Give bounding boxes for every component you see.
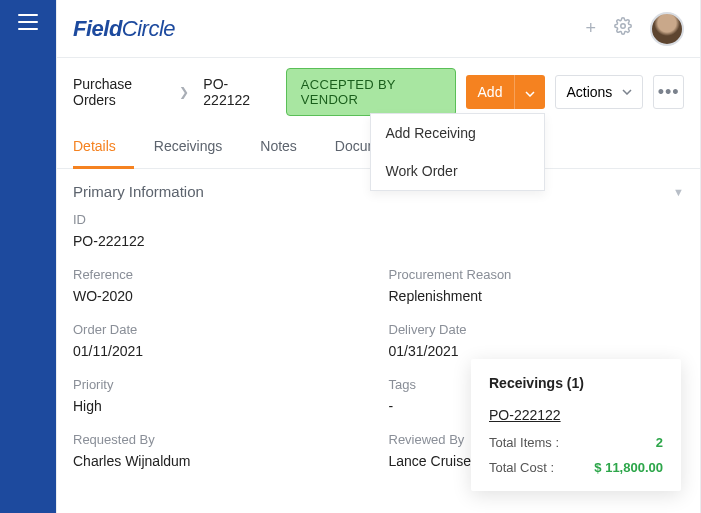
tab-details[interactable]: Details [73, 126, 134, 169]
popover-title: Receivings (1) [489, 375, 663, 391]
chevron-down-icon [525, 91, 535, 97]
breadcrumb-current: PO-222122 [203, 76, 265, 108]
field-id: ID PO-222122 [73, 212, 369, 249]
add-caret-button[interactable] [514, 75, 545, 109]
field-priority: Priority High [73, 377, 369, 414]
svg-point-0 [621, 24, 626, 29]
breadcrumb: Purchase Orders ❯ PO-222122 [73, 76, 266, 108]
add-dropdown: Add Receiving Work Order [370, 113, 545, 191]
breadcrumb-parent[interactable]: Purchase Orders [73, 76, 165, 108]
actions-dropdown[interactable]: Actions [555, 75, 643, 109]
field-reference: Reference WO-2020 [73, 267, 369, 304]
chevron-right-icon: ❯ [179, 85, 189, 99]
logo[interactable]: FieldCircle [73, 16, 175, 42]
plus-icon[interactable]: + [585, 18, 596, 39]
sidebar [0, 0, 56, 513]
field-delivery-date: Delivery Date 01/31/2021 [389, 322, 685, 359]
tab-receivings[interactable]: Receivings [154, 126, 240, 168]
collapse-icon[interactable]: ▼ [673, 186, 684, 198]
menu-icon[interactable] [18, 14, 38, 30]
dropdown-item-add-receiving[interactable]: Add Receiving [371, 114, 544, 152]
field-order-date: Order Date 01/11/2021 [73, 322, 369, 359]
dropdown-item-work-order[interactable]: Work Order [371, 152, 544, 190]
header-row: Purchase Orders ❯ PO-222122 ACCEPTED BY … [57, 58, 700, 126]
topbar: FieldCircle + [57, 0, 700, 58]
total-items-label: Total Items : [489, 435, 559, 450]
avatar[interactable] [650, 12, 684, 46]
field-requested-by: Requested By Charles Wijnaldum [73, 432, 369, 469]
more-button[interactable]: ••• [653, 75, 684, 109]
gear-icon[interactable] [614, 17, 632, 40]
total-items-value: 2 [656, 435, 663, 450]
total-cost-value: $ 11,800.00 [594, 460, 663, 475]
receivings-popover: Receivings (1) PO-222122 Total Items : 2… [471, 359, 681, 491]
total-cost-label: Total Cost : [489, 460, 554, 475]
chevron-down-icon [622, 89, 632, 95]
tab-notes[interactable]: Notes [260, 126, 315, 168]
popover-po-link[interactable]: PO-222122 [489, 407, 663, 423]
field-procurement-reason: Procurement Reason Replenishment [389, 267, 685, 304]
status-badge: ACCEPTED BY VENDOR [286, 68, 456, 116]
add-button[interactable]: Add [466, 75, 515, 109]
